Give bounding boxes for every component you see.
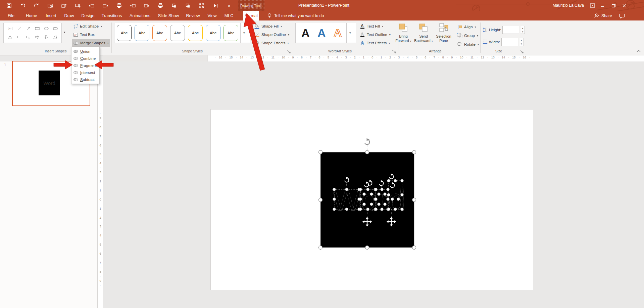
text-effects-button[interactable]: A Text Effects▾ <box>358 39 391 47</box>
bring-forward-icon[interactable] <box>171 3 177 8</box>
oval-shape[interactable] <box>42 24 51 33</box>
triangle-shape[interactable] <box>5 33 14 42</box>
menu-item-intersect[interactable]: Intersect <box>71 69 99 76</box>
elbow-arrow-connector-shape[interactable] <box>23 33 33 42</box>
group-icon <box>457 33 462 38</box>
tab-draw[interactable]: Draw <box>62 11 77 20</box>
send-backward-icon[interactable] <box>185 3 191 8</box>
text-direction-up-icon[interactable] <box>61 3 67 8</box>
wordart-gallery-more[interactable] <box>346 23 356 43</box>
text-box-button[interactable]: A Text Box <box>72 31 96 38</box>
shape-gallery[interactable]: A <box>3 23 62 43</box>
start-slideshow-icon[interactable] <box>212 3 218 8</box>
shape-style-thumbnail-1[interactable]: Abc <box>117 25 132 41</box>
quick-print-icon[interactable] <box>157 3 163 8</box>
save-icon[interactable] <box>6 3 12 8</box>
tab-transitions[interactable]: Transitions <box>101 11 123 20</box>
wordart-style-outline-orange[interactable]: A <box>331 25 344 40</box>
start-presentation-icon[interactable] <box>47 3 53 8</box>
more-commands-icon[interactable]: » <box>226 3 232 8</box>
text-direction-down-icon[interactable] <box>75 3 81 8</box>
collapse-ribbon-button[interactable] <box>636 49 641 53</box>
full-screen-icon[interactable] <box>199 3 204 8</box>
shape-gallery-more-button[interactable]: ▾ <box>64 31 65 34</box>
shape-fill-button[interactable]: Shape Fill▾ <box>253 23 283 30</box>
down-arrow-shape[interactable] <box>42 33 51 42</box>
menu-item-combine[interactable]: Combine <box>71 55 99 62</box>
send-backward-button[interactable]: Send Backward ▾ <box>414 21 433 48</box>
tab-mlc[interactable]: MLC <box>222 11 236 20</box>
more-glyph: » <box>228 3 230 8</box>
align-button[interactable]: Align▾ <box>456 23 478 31</box>
duplicate-object-icon[interactable] <box>144 3 149 8</box>
tab-slide-show[interactable]: Slide Show <box>157 11 180 20</box>
slide-1-editing-surface[interactable]: Word <box>211 109 533 290</box>
merge-shapes-button[interactable]: Merge Shapes▾ <box>72 39 110 47</box>
shape-style-thumbnail-6[interactable]: Abc <box>206 25 220 41</box>
move-slide-right-icon[interactable] <box>102 3 108 8</box>
rectangle-shape[interactable] <box>33 24 42 33</box>
tab-format[interactable]: Format <box>243 11 259 20</box>
wordart-dialog-launcher[interactable] <box>392 49 396 54</box>
tab-file[interactable]: File <box>5 11 17 20</box>
shape-style-thumbnail-2[interactable]: Abc <box>135 25 149 41</box>
text-box-shape[interactable]: A <box>5 24 14 33</box>
size-dialog-launcher[interactable] <box>519 49 524 54</box>
wordart-style-fill-blue[interactable]: A <box>315 25 328 40</box>
move-slide-left-icon[interactable] <box>89 3 94 8</box>
resize-object-icon[interactable] <box>130 3 136 8</box>
tab-review[interactable]: Review <box>184 11 202 20</box>
width-spinner[interactable]: ▲▼ <box>519 38 524 46</box>
tell-me-box[interactable]: Tell me what you want to do <box>267 11 324 20</box>
wordart-style-fill-black[interactable]: A <box>299 25 312 40</box>
bring-forward-button[interactable]: Bring Forward ▾ <box>394 21 413 48</box>
selection-pane-button[interactable]: Selection Pane <box>434 21 453 48</box>
powerpoint-window: » Drawing Tools Presentation1 - PowerPoi… <box>0 0 644 308</box>
arrow-shape[interactable] <box>23 24 33 33</box>
rotate-button[interactable]: Rotate▾ <box>456 41 480 48</box>
line-shape[interactable] <box>14 24 23 33</box>
tab-design[interactable]: Design <box>79 11 97 20</box>
menu-item-union[interactable]: Union <box>71 48 99 55</box>
wordart-fragments-text[interactable]: Word <box>332 183 405 217</box>
freeform-shape[interactable] <box>51 33 60 42</box>
minimize-button[interactable] <box>598 0 607 11</box>
width-input[interactable] <box>501 38 518 46</box>
shape-style-thumbnail-3[interactable]: Abc <box>152 25 167 41</box>
tab-animations[interactable]: Animations <box>128 11 152 20</box>
undo-icon[interactable] <box>20 3 26 8</box>
menu-item-subtract[interactable]: Subtract <box>71 76 99 83</box>
print-preview-icon[interactable] <box>116 3 122 8</box>
tab-insert[interactable]: Insert <box>43 11 59 20</box>
shape-effects-button[interactable]: Shape Effects▾ <box>253 39 290 47</box>
height-input[interactable] <box>502 26 519 34</box>
shape-outline-button[interactable]: Shape Outline▾ <box>253 31 291 38</box>
restore-button[interactable] <box>609 0 618 11</box>
rotate-handle[interactable] <box>365 138 370 145</box>
close-button[interactable] <box>620 0 629 11</box>
edit-shape-button[interactable]: Edit Shape▾ <box>72 23 103 30</box>
menu-item-fragment[interactable]: Fragment <box>71 62 99 69</box>
elbow-connector-shape[interactable] <box>14 33 23 42</box>
group-button[interactable]: Group▾ <box>456 32 480 39</box>
tab-view[interactable]: View <box>205 11 219 20</box>
height-spinner[interactable]: ▲▼ <box>521 26 525 34</box>
vertical-ruler[interactable]: ·9·8·7·6·5·4·3·2·1·0·1·2·3·4·5·6·7·8·9· <box>98 61 103 308</box>
shape-style-thumbnail-5[interactable]: Abc <box>188 25 203 41</box>
shape-styles-gallery-more[interactable] <box>240 23 250 43</box>
comments-button[interactable] <box>619 11 625 20</box>
shape-styles-dialog-launcher[interactable] <box>287 49 291 54</box>
signed-in-user: Maurizio La Cava <box>547 0 584 11</box>
tab-home[interactable]: Home <box>23 11 40 20</box>
ribbon-display-options-button[interactable] <box>588 0 597 11</box>
text-outline-button[interactable]: A Text Outline▾ <box>358 31 392 38</box>
right-arrow-shape[interactable] <box>33 33 42 42</box>
shape-style-thumbnail-4[interactable]: Abc <box>170 25 185 41</box>
text-fill-button[interactable]: A Text Fill▾ <box>358 23 385 30</box>
rounded-rectangle-shape[interactable] <box>51 24 60 33</box>
horizontal-ruler[interactable]: ·16·15·14·13·12·11·10·9·8·7·6·5·4·3·2·1·… <box>103 55 644 62</box>
slide-editing-canvas[interactable]: Word <box>103 61 644 308</box>
share-button[interactable]: Share <box>594 11 612 20</box>
redo-icon[interactable] <box>34 3 39 8</box>
shape-style-thumbnail-7[interactable]: Abc <box>224 25 238 41</box>
